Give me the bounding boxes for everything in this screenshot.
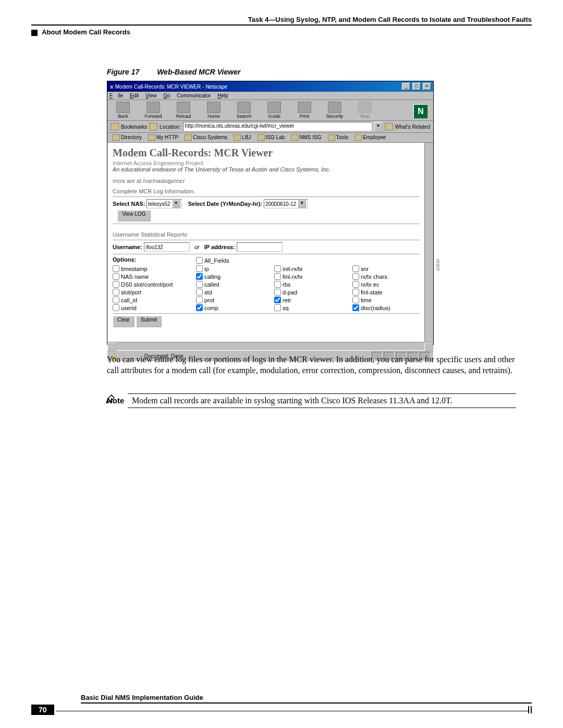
nas-label: Select NAS: bbox=[113, 201, 145, 207]
checkbox-ds0[interactable]: DS0 slot/control/port bbox=[113, 281, 196, 288]
divider bbox=[113, 240, 420, 240]
url-input[interactable]: http://monica.ots.utexas.edu/cgi-lwt/mcr… bbox=[183, 122, 372, 131]
link-employee[interactable]: Employee bbox=[354, 134, 386, 141]
back-button[interactable]: Back bbox=[113, 102, 133, 119]
bookmarks-icon[interactable] bbox=[111, 123, 119, 130]
print-button[interactable]: Print bbox=[294, 102, 315, 119]
minimize-button[interactable]: _ bbox=[402, 83, 410, 90]
link-directory[interactable]: Directory bbox=[113, 134, 142, 141]
forward-button[interactable]: Forward bbox=[143, 102, 164, 119]
stop-button[interactable]: Stop bbox=[354, 102, 375, 119]
checkbox-finl-state[interactable]: finl-state bbox=[352, 289, 415, 295]
checkbox-snr[interactable]: snr bbox=[352, 265, 415, 272]
scrollbar-up-button[interactable] bbox=[424, 144, 433, 152]
link-lbj[interactable]: LBJ bbox=[234, 134, 251, 141]
options-block: Options: All_Fields timestamp ip init-rx… bbox=[113, 256, 420, 311]
menu-file[interactable]: File bbox=[109, 93, 123, 98]
checkbox-dpad[interactable]: d-pad bbox=[274, 289, 352, 295]
link-tools[interactable]: Tools bbox=[328, 134, 348, 141]
checkbox-init-rxtx[interactable]: init-rx/tx bbox=[274, 265, 352, 272]
checkbox-ip[interactable]: ip bbox=[196, 265, 274, 272]
divider bbox=[113, 254, 420, 254]
note-block: Note Modem call records are available in… bbox=[107, 393, 516, 408]
maximize-button[interactable]: □ bbox=[412, 83, 421, 90]
date-select[interactable]: 20000610-12▼ bbox=[264, 199, 308, 208]
bookmarks-label[interactable]: Bookmarks bbox=[121, 124, 147, 130]
view-log-button[interactable]: View LOG bbox=[117, 210, 150, 221]
link-nms[interactable]: NMS ISG bbox=[291, 134, 321, 141]
checkbox-rxtx-chars[interactable]: rx/tx chars bbox=[352, 273, 415, 280]
clear-button[interactable]: Clear bbox=[113, 316, 134, 327]
checkbox-sq[interactable]: sq bbox=[274, 304, 352, 311]
security-icon bbox=[328, 102, 341, 113]
scroll-left-button[interactable] bbox=[107, 342, 116, 351]
window-titlebar[interactable]: ※ Modem Call-Records: MCR VIEWER - Netsc… bbox=[107, 81, 433, 92]
back-icon bbox=[116, 102, 130, 113]
menu-communicator[interactable]: Communicator bbox=[177, 93, 211, 98]
section-complete-mcr: Complete MCR Log Information: bbox=[113, 188, 420, 194]
scroll-right-button[interactable] bbox=[424, 342, 433, 351]
horizontal-scrollbar[interactable] bbox=[107, 342, 433, 350]
submit-button[interactable]: Submit bbox=[136, 316, 162, 327]
security-button[interactable]: Security bbox=[324, 102, 345, 119]
file-icon bbox=[354, 134, 362, 141]
reload-button[interactable]: Reload bbox=[173, 102, 194, 119]
guide-button[interactable]: Guide bbox=[264, 102, 285, 119]
checkbox-comp[interactable]: comp bbox=[196, 304, 274, 311]
checkbox-prot[interactable]: prot bbox=[196, 297, 274, 303]
checkbox-std[interactable]: std bbox=[196, 289, 274, 295]
ip-label: IP address: bbox=[204, 244, 235, 250]
menu-go[interactable]: Go bbox=[163, 93, 170, 98]
link-isglab[interactable]: ISG Lab bbox=[258, 134, 285, 141]
menu-view[interactable]: View bbox=[145, 93, 157, 98]
link-cisco[interactable]: Cisco Systems bbox=[185, 134, 227, 141]
search-button[interactable]: Search bbox=[234, 102, 254, 119]
checkbox-all-fields[interactable]: All_Fields bbox=[196, 256, 274, 264]
whats-related-label[interactable]: What's Related bbox=[395, 124, 431, 130]
checkbox-called[interactable]: called bbox=[196, 281, 274, 288]
nas-date-row: Select NAS: telesys52▼ Select Date (YrMo… bbox=[113, 199, 420, 208]
checkbox-retr[interactable]: retr bbox=[274, 297, 352, 303]
checkbox-calling[interactable]: calling bbox=[196, 273, 274, 280]
checkbox-disc[interactable]: disc(radius) bbox=[352, 304, 415, 311]
scroll-track[interactable] bbox=[116, 342, 424, 350]
ip-input[interactable] bbox=[237, 242, 283, 252]
buttons-row: Clear Submit bbox=[113, 316, 420, 327]
reload-icon bbox=[177, 102, 190, 113]
task-title: Task 4—Using Syslog, NTP, and Modem Call… bbox=[31, 16, 532, 26]
checkbox-time[interactable]: time bbox=[352, 297, 415, 303]
note-rule-bottom bbox=[128, 408, 516, 408]
file-icon bbox=[328, 134, 335, 141]
related-icon[interactable] bbox=[385, 123, 393, 130]
checkbox-userid[interactable]: userid bbox=[113, 304, 196, 311]
close-button[interactable]: × bbox=[423, 83, 431, 90]
checkbox-nas-name[interactable]: NAS name bbox=[113, 273, 196, 280]
netscape-icon: ※ bbox=[109, 84, 115, 90]
section-username-reports: Username Statistical Reports: bbox=[113, 231, 420, 238]
toolbar-left: Back Forward Reload Home Search Guide Pr… bbox=[113, 102, 375, 119]
toolbar: Back Forward Reload Home Search Guide Pr… bbox=[107, 100, 433, 121]
link-myhttp[interactable]: My HTTP bbox=[148, 134, 178, 141]
bullet-square-icon bbox=[31, 30, 38, 36]
home-button[interactable]: Home bbox=[203, 102, 224, 119]
pencil-icon bbox=[105, 393, 116, 404]
folder-icon bbox=[291, 134, 298, 141]
viewlog-row: View LOG bbox=[113, 210, 420, 221]
checkbox-timestamp[interactable]: timestamp bbox=[113, 265, 196, 272]
note-body: Note Modem call records are available in… bbox=[107, 396, 516, 405]
checkbox-rxtx-ec[interactable]: rx/tx ec bbox=[352, 281, 415, 288]
checkbox-slotport[interactable]: slot/port bbox=[113, 289, 196, 295]
checkbox-callid[interactable]: call_id bbox=[113, 297, 196, 303]
url-dropdown-button[interactable]: ▼ bbox=[374, 122, 383, 131]
window-controls: _ □ × bbox=[401, 83, 431, 90]
figure-caption: Figure 17 Web-Based MCR Viewer bbox=[107, 68, 240, 76]
or-label: or bbox=[194, 244, 200, 250]
end-mark-icon bbox=[528, 706, 532, 713]
nas-select[interactable]: telesys52▼ bbox=[146, 199, 181, 208]
checkbox-finl-rxtx[interactable]: finl-rx/tx bbox=[274, 273, 352, 280]
menu-help[interactable]: Help bbox=[217, 93, 228, 98]
checkbox-rbs[interactable]: rbs bbox=[274, 281, 352, 288]
menu-edit[interactable]: Edit bbox=[130, 93, 139, 98]
divider bbox=[113, 313, 420, 314]
username-input[interactable] bbox=[144, 242, 190, 252]
